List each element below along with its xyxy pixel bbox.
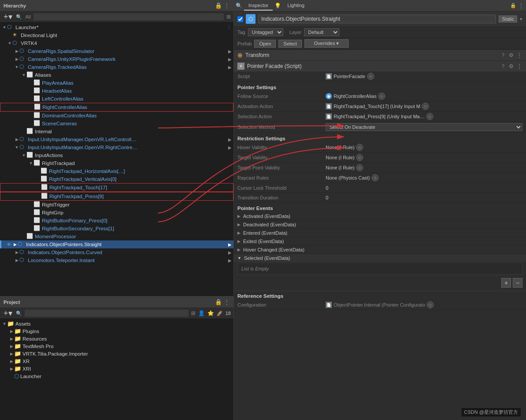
project-toolbar-icon1[interactable]: ⊞ (191, 310, 195, 316)
pointer-facade-menu-icon[interactable]: ⋮ (516, 63, 522, 70)
event-label: Exited (EventData) (243, 239, 284, 244)
tree-item-input-left[interactable]: ▶ ⬡ Input.UnityInputManager.OpenVR.LeftC… (0, 135, 233, 143)
tree-item-aliases[interactable]: ▼ ⬜ Aliases (0, 71, 233, 79)
target-validity-target-btn[interactable]: ◎ (356, 154, 363, 161)
hierarchy-menu-icon[interactable]: ⋮ (224, 2, 230, 9)
static-dropdown-icon[interactable]: ▾ (520, 16, 522, 22)
target-point-validity-value-container: None (I Rule) ◎ (326, 164, 522, 171)
inspector-lock-icon[interactable]: 🔒 (510, 3, 516, 8)
tree-item-rbprimary[interactable]: ⬜ RightButtonPrimary_Press[0] (0, 217, 233, 225)
hierarchy-lock-icon[interactable]: 🔒 (215, 2, 222, 9)
tree-item-scenecams[interactable]: ⬜ SceneCameras (0, 120, 233, 128)
event-deactivated[interactable]: ▶ Deactivated (EventData) (234, 221, 526, 229)
project-item-resources[interactable]: ▶ 📁 Resources (0, 335, 233, 342)
tree-item-spatial[interactable]: ▶ ⬡ CameraRigs.SpatialSimulator ▶ (0, 47, 233, 55)
transform-help-icon[interactable]: ? (502, 52, 504, 58)
project-item-xr[interactable]: ▶ 📁 XR (0, 357, 233, 365)
tree-item-rth[interactable]: ⬜ RightTrackpad_HorizontalAxis[…] (0, 167, 233, 175)
tree-item-headset[interactable]: ⬜ HeadsetAlias (0, 87, 233, 95)
inspector-menu-icon[interactable]: ⋮ (518, 2, 524, 9)
static-button[interactable]: Static (499, 15, 517, 22)
tab-lighting[interactable]: Lighting (283, 1, 309, 11)
tree-item-indicators-curved[interactable]: ▶ ⬡ Indicators.ObjectPointers.Curved ▶ (0, 248, 233, 256)
go-active-checkbox[interactable] (237, 16, 243, 22)
project-search-input[interactable] (25, 310, 188, 317)
pointer-facade-help[interactable]: ? (502, 64, 504, 69)
prefab-icon: ⬡ (12, 40, 19, 47)
tree-item-inputactions[interactable]: ▼ ⬜ InputActions (0, 151, 233, 159)
event-selected[interactable]: ▼ Selected (EventData) (234, 254, 526, 262)
transform-header[interactable]: ⊕ Transform ? ⚙ ⋮ (234, 49, 526, 60)
project-menu-icon[interactable]: ⋮ (224, 299, 230, 306)
tree-item-righttrigger[interactable]: ⬜ RightTrigger (0, 201, 233, 209)
tag-dropdown[interactable]: Untagged (248, 28, 283, 36)
tree-item-dominant[interactable]: ⬜ DominantControllerAlias (0, 112, 233, 120)
tree-item-vrtk4[interactable]: ▼ ⬡ VRTK4 (0, 39, 233, 47)
project-item-xri[interactable]: ▶ 📁 XRI (0, 365, 233, 372)
raycast-rules-target-btn[interactable]: ◎ (372, 174, 379, 181)
tab-inspector[interactable]: Inspector (244, 1, 273, 11)
tree-item-tracked[interactable]: ▼ ⬡ CameraRigs.TrackedAlias ▶ (0, 63, 233, 71)
hierarchy-add-button[interactable]: +▾ (3, 13, 13, 21)
event-hover-changed[interactable]: ▶ Hover Changed (EventData) (234, 246, 526, 254)
pointer-facade-header[interactable]: # Pointer Facade (Script) ? ⚙ ⋮ (234, 60, 526, 71)
project-toolbar-icon2[interactable]: 👤 (198, 310, 205, 316)
selection-action-target-btn[interactable]: ◎ (426, 113, 433, 120)
tree-item-locomotors[interactable]: ▶ ⬡ Locomotors.Teleporter.Instant ▶ (0, 256, 233, 264)
pointer-facade-name: Pointer Facade (Script) (247, 63, 499, 69)
tree-item-unityxr[interactable]: ▶ ⬡ CameraRigs.UnityXRPluginFramework ▶ (0, 55, 233, 63)
event-activated[interactable]: ▶ Activated (EventData) (234, 212, 526, 221)
transform-settings-icon[interactable]: ⚙ (509, 52, 514, 58)
gameobj-icon: ⬜ (34, 79, 41, 86)
tree-item-indicators-straight[interactable]: 👁 ▶ ⬡ Indicators.ObjectPointers.Straight… (0, 240, 233, 248)
hierarchy-filter-icon[interactable]: ⊞ (226, 14, 231, 20)
target-point-validity-target-btn[interactable]: ◎ (356, 164, 363, 171)
project-toolbar-icon3[interactable]: ⭐ (207, 310, 214, 316)
go-name-input[interactable] (258, 15, 496, 23)
prefab-open-button[interactable]: Open (254, 40, 276, 48)
event-exited[interactable]: ▶ Exited (EventData) (234, 237, 526, 246)
event-remove-button[interactable]: − (513, 278, 522, 288)
eye-icon: 👁 (7, 242, 11, 247)
script-target-btn[interactable]: ◎ (367, 73, 374, 80)
tree-item-rtp[interactable]: ⬜ RightTrackpad_Press[9] (0, 192, 233, 201)
script-file-icon: 📄 (326, 73, 332, 79)
project-item-textmesh[interactable]: ▶ 📁 TextMesh Pro (0, 342, 233, 350)
tree-item-playarea[interactable]: ⬜ PlayAreaAlias (0, 79, 233, 87)
project-add-button[interactable]: +▾ (3, 309, 13, 317)
gameobj-icon: ⬜ (41, 176, 48, 183)
tree-item-righttrackpad[interactable]: ▼ ⬜ RightTrackpad (0, 159, 233, 167)
tree-triangle: ▶ (14, 49, 19, 53)
project-item-vrtk[interactable]: ▶ 📁 VRTK.Tilia.Package.Importer (0, 350, 233, 357)
transform-menu-icon[interactable]: ⋮ (516, 52, 522, 59)
tree-item-menu[interactable]: ⋮ (227, 25, 232, 30)
tree-item-dirlight[interactable]: ☀ Directional Light (0, 31, 233, 39)
tree-item-moment[interactable]: ⬜ MomentProcessor (0, 232, 233, 240)
hover-validity-target-btn[interactable]: ◎ (356, 144, 363, 151)
event-add-button[interactable]: + (501, 278, 511, 288)
follow-source-target-btn[interactable]: ◎ (378, 93, 385, 100)
activation-action-target-btn[interactable]: ◎ (422, 103, 429, 110)
tree-item-rbsecondary[interactable]: ⬜ RightButtonSecondary_Press[1] (0, 225, 233, 232)
project-item-launcher[interactable]: ⬡ Launcher (0, 372, 233, 380)
selection-method-dropdown[interactable]: Select On Deactivate (326, 123, 522, 131)
tree-item-rightgrip[interactable]: ⬜ RightGrip (0, 209, 233, 217)
pointer-facade-settings-icon[interactable]: ⚙ (509, 63, 514, 69)
prefab-select-button[interactable]: Select (278, 40, 302, 48)
config-target-btn[interactable]: ◎ (427, 301, 434, 308)
prefab-overrides-button[interactable]: Overrides ▾ (304, 39, 349, 48)
tree-item-rightctrl[interactable]: ⬜ RightControllerAlias (0, 103, 233, 112)
tree-item-internal[interactable]: ⬜ Internal (0, 128, 233, 135)
tree-item-rtt[interactable]: ⬜ RightTrackpad_Touch[17] (0, 183, 233, 192)
project-item-assets[interactable]: ▼ 📁 Assets (0, 320, 233, 327)
tree-item-leftctrl[interactable]: ⬜ LeftControllerAlias (0, 95, 233, 103)
tree-item-input-right[interactable]: ▼ ⬡ Input.UnityInputManager.OpenVR.Right… (0, 143, 233, 151)
event-entered[interactable]: ▶ Entered (EventData) (234, 229, 526, 237)
layer-dropdown[interactable]: Default (304, 28, 339, 36)
project-badge: 🚀 (217, 311, 223, 316)
project-lock-icon[interactable]: 🔒 (215, 299, 222, 305)
tree-item-rtv[interactable]: ⬜ RightTrackpad_VerticalAxis[0] (0, 175, 233, 183)
tree-item-launcher[interactable]: ▼ ⬡ Launcher* ⋮ (0, 23, 233, 31)
project-item-plugins[interactable]: ▶ 📁 Plugins (0, 327, 233, 335)
hierarchy-search-input[interactable] (34, 13, 224, 20)
